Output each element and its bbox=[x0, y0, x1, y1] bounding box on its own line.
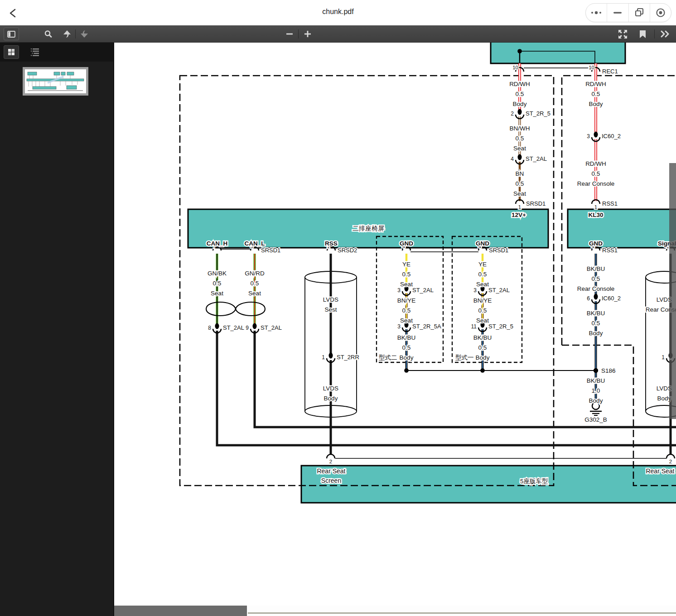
splice-number: 9 bbox=[246, 325, 249, 331]
bookmark-icon bbox=[640, 30, 646, 38]
splice-name: ST_2AL bbox=[223, 324, 244, 331]
sidebar-view-toolbar bbox=[0, 43, 114, 62]
zoom-out-icon bbox=[286, 30, 293, 38]
connector-name: REC1 bbox=[602, 68, 618, 75]
sidebar-toggle-icon bbox=[7, 31, 15, 38]
document-title: chunk.pdf bbox=[0, 8, 676, 16]
more-tools-button[interactable] bbox=[658, 27, 672, 41]
junction-dot bbox=[404, 368, 409, 373]
splice-dot bbox=[518, 154, 522, 160]
diagram-label: GN/RD0.5Seat bbox=[245, 270, 265, 297]
record-button[interactable] bbox=[650, 4, 671, 22]
restore-button[interactable] bbox=[628, 4, 650, 22]
splice-dot bbox=[594, 132, 598, 138]
splice-name: ST_2AL bbox=[526, 155, 547, 162]
diagram-label: RD/WH0.5Body bbox=[585, 81, 606, 107]
diagram-label: GND bbox=[476, 240, 489, 247]
pdf-sidebar bbox=[0, 43, 114, 616]
splice-number: 8 bbox=[208, 325, 211, 331]
splice-name: ST_2AL bbox=[412, 287, 434, 294]
connector-name: RSS1 bbox=[602, 200, 618, 207]
zoom-in-icon bbox=[304, 30, 311, 38]
minimize-icon bbox=[613, 11, 622, 14]
junction-dot bbox=[480, 368, 485, 373]
splice-name: IC60_2 bbox=[602, 133, 621, 140]
presentation-icon bbox=[618, 30, 627, 38]
diagram-label: BK/BU1.0Body bbox=[587, 377, 605, 404]
diagram-label: YE0.5Seat bbox=[476, 261, 489, 288]
zoom-out-button[interactable] bbox=[282, 27, 297, 41]
pin-number: 2 bbox=[329, 459, 332, 464]
diagram-label: Rear Seat bbox=[646, 467, 674, 475]
connector-name: SRSD1 bbox=[489, 247, 508, 254]
pin-number: 1 bbox=[594, 204, 597, 210]
diagram-label: BK/BU0.5Body bbox=[473, 334, 492, 361]
twisted-pair-symbol bbox=[206, 302, 265, 316]
page-thumbnail[interactable] bbox=[23, 67, 88, 96]
page-down-icon bbox=[80, 29, 89, 38]
splice-number: 1 bbox=[322, 354, 325, 361]
diagram-label: GND bbox=[400, 240, 413, 247]
diagram-label: BN0.5Seat bbox=[513, 170, 526, 197]
diagram-label: BN/WH0.5Seat bbox=[510, 125, 530, 152]
diagram-label: GND bbox=[589, 240, 603, 247]
diagram-label: 12V+ bbox=[512, 212, 526, 218]
diagram-label: BN/YE0.5Seat bbox=[473, 297, 492, 324]
more-options-button[interactable] bbox=[586, 4, 607, 22]
splice-number: 3 bbox=[587, 133, 590, 140]
splice-dot bbox=[329, 353, 333, 359]
splice-name: ST_2AL bbox=[488, 287, 510, 294]
bookmark-button[interactable] bbox=[635, 27, 650, 41]
next-page-button[interactable] bbox=[77, 27, 92, 41]
sidebar-toggle-button[interactable] bbox=[4, 28, 19, 40]
splice-dot bbox=[215, 323, 219, 329]
diagram-label: RSS bbox=[325, 240, 338, 247]
diagram-label: CAN_H bbox=[207, 240, 228, 247]
connector-name: SRSD1 bbox=[261, 247, 280, 254]
diagram-label: G302_B bbox=[584, 416, 607, 423]
presentation-mode-button[interactable] bbox=[615, 27, 630, 41]
diagram-label: CAN_L bbox=[244, 240, 265, 247]
search-button[interactable] bbox=[41, 27, 55, 41]
splice-s186 bbox=[594, 368, 598, 373]
diagram-label: GN/BK0.5Seat bbox=[208, 270, 227, 297]
pdf-toolbar: / 1 150% bbox=[0, 25, 676, 43]
vertical-scrollbar-thumb[interactable] bbox=[669, 163, 676, 419]
splice-number: 6 bbox=[587, 295, 590, 302]
outline-view-button[interactable] bbox=[27, 45, 43, 59]
diagram-label: 型式一 bbox=[455, 354, 474, 361]
diagram-label: RD/WH0.5Rear Console bbox=[577, 160, 615, 187]
search-icon bbox=[44, 30, 52, 38]
diagram-label: BK/BU0.5Body bbox=[397, 334, 416, 361]
thumbnails-view-button[interactable] bbox=[4, 45, 19, 59]
connector-name: SRSD2 bbox=[338, 247, 357, 254]
horizontal-scrollbar-thumb[interactable] bbox=[114, 606, 247, 616]
splice-name: ST_2R_5A bbox=[412, 323, 441, 330]
outline-view-icon bbox=[31, 48, 39, 56]
diagram-label: YE0.5Seat bbox=[400, 261, 413, 288]
splice-dot bbox=[253, 323, 257, 329]
pin bbox=[327, 454, 335, 458]
diagram-label: RD/WH0.5Body bbox=[509, 81, 530, 107]
scrollbar-track-line bbox=[248, 612, 676, 614]
diagram-label: 型式二 bbox=[379, 354, 397, 361]
thumbnail-preview bbox=[25, 69, 86, 93]
pin bbox=[666, 454, 675, 458]
diagram-label: S186 bbox=[601, 367, 616, 374]
minimize-button[interactable] bbox=[607, 4, 628, 22]
more-options-icon bbox=[590, 10, 602, 15]
page-up-icon bbox=[63, 29, 72, 38]
diagram-label: BN/YE0.5Seat bbox=[397, 297, 416, 324]
pin-number: 2 bbox=[669, 459, 672, 464]
previous-page-button[interactable] bbox=[60, 27, 74, 41]
splice-number: 3 bbox=[473, 287, 477, 294]
pin-number: 10 bbox=[512, 65, 518, 70]
record-icon bbox=[656, 8, 666, 18]
splice-number: 2 bbox=[511, 111, 514, 117]
diagram-label: BK/BU0.5Body bbox=[587, 310, 605, 337]
diagram-label: 5座版车型 bbox=[520, 478, 548, 485]
browser-top-bar: chunk.pdf bbox=[0, 0, 676, 25]
pin-number: 1 bbox=[518, 204, 521, 210]
zoom-in-button[interactable] bbox=[300, 27, 315, 41]
thumbnails-view-icon bbox=[8, 48, 15, 56]
